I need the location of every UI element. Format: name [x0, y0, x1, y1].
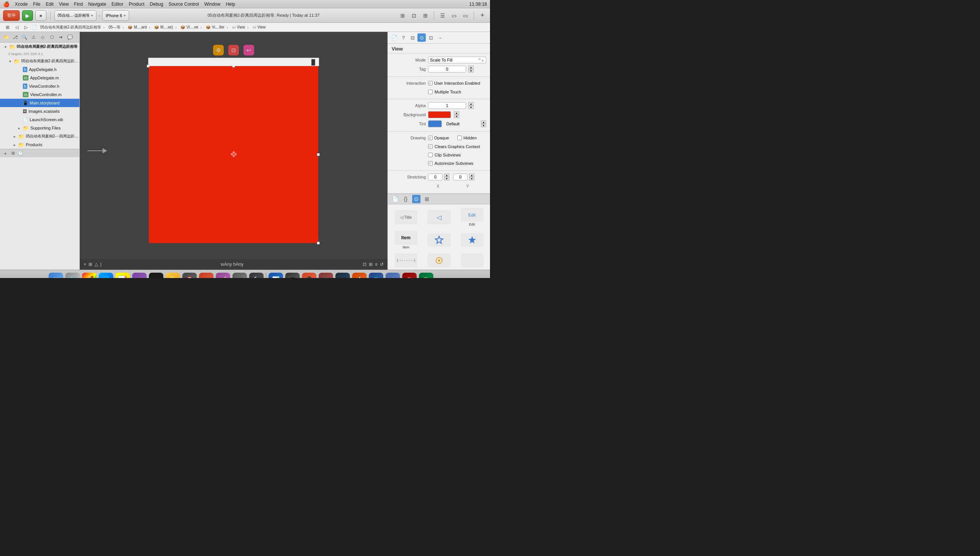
dock-app-16[interactable]: 📱 — [302, 273, 316, 278]
forward-nav-icon[interactable]: ▷ — [21, 23, 31, 32]
filter-button[interactable]: ⊞ — [10, 150, 16, 157]
apple-menu[interactable]: 🍎 — [3, 1, 10, 7]
dock-finder[interactable] — [49, 273, 63, 278]
dock-powerpoint[interactable]: P — [199, 273, 213, 278]
breadcrumb-6[interactable]: 📦 Vi....ller › — [204, 25, 231, 30]
sidebar-item-viewcontroller-m[interactable]: m ViewController.m — [0, 91, 79, 99]
assistant-icon[interactable]: ⊡ — [409, 11, 419, 20]
breadcrumb-3[interactable]: 📦 M....ard › — [126, 25, 153, 30]
menu-file[interactable]: File — [33, 2, 40, 7]
stepper-down-6[interactable]: ▼ — [469, 177, 474, 180]
sidebar-warning-icon[interactable]: ⚠ — [30, 34, 37, 41]
inspector-icon[interactable]: ▭ — [461, 11, 470, 20]
bg-stepper[interactable]: ▲ ▼ — [454, 111, 459, 118]
sidebar-item-group[interactable]: ▾ 📁 05自动布局案例2-距离四周边距相等 — [0, 57, 79, 65]
stepper-up-5[interactable]: ▲ — [444, 174, 450, 177]
obj-star-empty[interactable] — [423, 230, 455, 251]
media-tab[interactable]: ⊞ — [423, 195, 431, 203]
stretching-y-input[interactable] — [453, 174, 467, 180]
tint-stepper[interactable]: ▲ ▼ — [481, 120, 486, 127]
red-view[interactable]: ✥ — [149, 66, 318, 243]
size-inspector-tab[interactable]: ⊡ — [427, 34, 435, 42]
stepper-down-2[interactable]: ▼ — [468, 105, 474, 109]
sidebar-item-images[interactable]: 🖼 Images.xcassets — [0, 107, 79, 115]
add-file-button[interactable]: + — [2, 150, 8, 157]
breadcrumb-8[interactable]: ▭ View — [251, 25, 267, 29]
add-button[interactable]: + — [478, 11, 487, 20]
menu-window[interactable]: Window — [204, 2, 221, 7]
sidebar-item-products[interactable]: ▸ 📁 Products — [0, 141, 79, 149]
zoom-button[interactable]: ⊞ — [369, 262, 373, 267]
exit-icon[interactable]: ↩ — [244, 45, 254, 55]
sidebar-bookmark-icon[interactable]: ◇ — [39, 34, 46, 41]
sidebar-item-supporting-files[interactable]: ▸ 📁 Supporting Files — [0, 124, 79, 132]
menu-debug[interactable]: Debug — [150, 2, 163, 7]
breadcrumb-2[interactable]: 05---等 › — [107, 25, 126, 30]
stepper-down-3[interactable]: ▼ — [454, 115, 459, 118]
dock-app-20[interactable]: 🌐 — [369, 273, 383, 278]
obj-star-filled[interactable] — [456, 230, 488, 251]
attributes-inspector-tab[interactable]: ⊙ — [417, 34, 426, 42]
recent-files-button[interactable]: 🕐 — [18, 150, 24, 157]
autoresize-checkbox[interactable]: ✓ — [428, 161, 433, 166]
obj-fixed-space[interactable] — [423, 252, 455, 269]
sidebar-item-appdelegate-h[interactable]: h AppDelegate.h — [0, 65, 79, 74]
obj-back-item[interactable]: ◁ — [423, 207, 455, 228]
tag-input[interactable] — [428, 66, 466, 73]
obj-barbtn-item[interactable]: Item Item — [390, 230, 422, 251]
menu-editor[interactable]: Editor — [112, 2, 123, 7]
menu-view[interactable]: View — [59, 2, 69, 7]
alpha-stepper[interactable]: ▲ ▼ — [468, 102, 474, 109]
file-inspector-tab[interactable]: 📄 — [390, 34, 398, 42]
pin-button[interactable]: | — [100, 262, 102, 267]
dock-app-10[interactable]: 🎸 — [216, 273, 230, 278]
dock-app-15[interactable]: 🖥 — [285, 273, 300, 278]
dock-settings[interactable]: ⚙️ — [65, 273, 80, 278]
identity-inspector-tab[interactable]: ⊟ — [408, 34, 417, 42]
stepper-down[interactable]: ▼ — [468, 69, 474, 73]
stepper-down-4[interactable]: ▼ — [481, 124, 486, 127]
dock-app-21[interactable]: 🐦 — [385, 273, 400, 278]
menu-xcode[interactable]: Xcode — [15, 2, 28, 7]
menu-source-control[interactable]: Source Control — [169, 2, 199, 7]
resolve-layout-button[interactable]: △ — [95, 262, 98, 267]
file-tab[interactable]: 📄 — [391, 195, 399, 203]
sidebar-item-appdelegate-m[interactable]: m AppDelegate.m — [0, 74, 79, 82]
zoom-fit-button[interactable]: ⊡ — [363, 262, 367, 267]
dock-launchpad[interactable]: 🚀 — [82, 273, 97, 278]
sidebar-thread-icon[interactable]: ➜ — [57, 34, 65, 41]
sidebar-item-project-root[interactable]: ▾ 📁 05自动布局案例2-距离四周边距相等 — [0, 42, 79, 51]
obj-empty-3[interactable] — [456, 252, 488, 269]
obj-title-item[interactable]: ◁ Title — [390, 207, 422, 228]
breadcrumb-project[interactable]: 05自动布局案例2-距离四周边距相等 › — [39, 25, 107, 30]
sidebar-item-viewcontroller-h[interactable]: h ViewController.h — [0, 82, 79, 91]
menu-help[interactable]: Help — [226, 2, 235, 7]
scheme-selector[interactable]: 05自动…·边距相等 ▾ — [54, 10, 97, 21]
breadcrumb-5[interactable]: 📦 Vi....ne › — [179, 25, 204, 30]
menu-product[interactable]: Product — [129, 2, 144, 7]
sidebar-git-icon[interactable]: ⎇ — [11, 34, 19, 41]
sidebar-breakpoint-icon[interactable]: ⬡ — [48, 34, 55, 41]
stop-button[interactable]: 暂停 — [3, 10, 20, 21]
refresh-button[interactable]: ↺ — [380, 262, 384, 267]
dock-app-23[interactable]: 🟢 — [419, 273, 433, 278]
dock-terminal[interactable]: $_ — [149, 273, 163, 278]
sidebar-item-main-storyboard[interactable]: 📱 Main.storyboard — [0, 99, 79, 107]
connections-inspector-tab[interactable]: → — [436, 34, 444, 42]
stretching-x-input[interactable] — [428, 174, 443, 180]
clip-subviews-checkbox[interactable] — [428, 153, 433, 157]
panel-layout-icon[interactable]: ⊞ — [398, 11, 407, 20]
dock-app-22[interactable]: 🔴 — [402, 273, 417, 278]
tint-color-swatch[interactable] — [428, 120, 442, 127]
hidden-checkbox[interactable] — [457, 136, 462, 140]
alpha-input[interactable] — [428, 102, 466, 109]
mode-select[interactable]: Scale To Fill ⌃⌄ — [428, 57, 486, 63]
dock-app-14[interactable]: 📊 — [268, 273, 283, 278]
tag-stepper[interactable]: ▲ ▼ — [468, 66, 474, 73]
dock-app-17[interactable]: 🎼 — [319, 273, 333, 278]
code-tab[interactable]: {} — [401, 195, 410, 203]
sidebar-item-tests[interactable]: ▸ 📁 05自动布局案例2-···四周边距相等Tests — [0, 132, 79, 141]
dock-safari[interactable]: 🌐 — [99, 273, 113, 278]
obj-flex-space[interactable] — [390, 252, 422, 269]
add-constraint-button[interactable]: + — [84, 262, 86, 267]
